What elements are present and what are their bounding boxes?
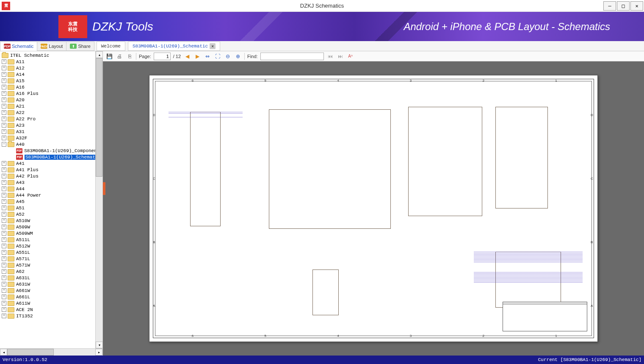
expander-icon[interactable]: + [2, 250, 6, 255]
expander-icon[interactable]: + [2, 218, 6, 223]
save-icon[interactable]: 💾 [105, 53, 113, 60]
tree-folder[interactable]: −A40 [0, 141, 102, 147]
main-tab-layout[interactable]: PADSLayout [37, 42, 66, 51]
find-prev-icon[interactable]: ⏮ [326, 53, 334, 60]
tree-folder[interactable]: +A661W [0, 287, 102, 294]
tree-folder[interactable]: +ACE 2N [0, 306, 102, 313]
tree-folder[interactable]: +A509WM [0, 230, 102, 236]
expander-icon[interactable]: + [2, 231, 6, 236]
expander-icon[interactable]: + [2, 123, 6, 128]
print-icon[interactable]: 🖨 [116, 53, 123, 60]
splitter-handle[interactable] [103, 182, 105, 195]
tree-folder[interactable]: +A551L [0, 249, 102, 256]
fit-width-icon[interactable]: ⇔ [204, 53, 211, 60]
tree-folder[interactable]: +A51 [0, 205, 102, 211]
tree-folder[interactable]: +A44 [0, 186, 102, 192]
maximize-button[interactable]: □ [617, 1, 630, 11]
expander-icon[interactable]: + [2, 199, 6, 204]
tree-file[interactable]: PDFS83M00BA1-1(U269)_Schematic [0, 154, 102, 160]
tree-folder[interactable]: +A52 [0, 211, 102, 217]
tree-folder[interactable]: +A16 [0, 84, 102, 90]
expander-icon[interactable]: + [2, 295, 6, 299]
expander-icon[interactable]: + [2, 256, 6, 261]
expander-icon[interactable]: + [2, 174, 6, 178]
main-tab-share[interactable]: ⬆Share [66, 42, 94, 51]
expander-icon[interactable]: + [2, 104, 6, 108]
scroll-thumb[interactable] [7, 349, 54, 356]
expander-icon[interactable]: + [2, 186, 6, 191]
tree-folder[interactable]: +A15 [0, 78, 102, 84]
find-input[interactable] [260, 53, 324, 60]
tree-folder[interactable]: +A14 [0, 71, 102, 78]
tree-folder[interactable]: +A661L [0, 294, 102, 300]
close-button[interactable]: ✕ [630, 1, 643, 11]
expander-icon[interactable]: + [2, 244, 6, 248]
expander-icon[interactable]: + [2, 180, 6, 185]
tree-folder[interactable]: +A11 [0, 58, 102, 65]
scroll-down-button[interactable]: ▾ [96, 342, 103, 348]
tree-folder[interactable]: +A571L [0, 256, 102, 262]
tree-folder[interactable]: +A22 Pro [0, 116, 102, 122]
viewer-canvas[interactable]: 665544332211DDCCBBAA</div><div data-name… [103, 61, 644, 356]
tree-folder[interactable]: +A509W [0, 224, 102, 230]
tree-root[interactable]: ITEL Schematic [0, 52, 102, 58]
expander-icon[interactable]: + [2, 307, 6, 312]
expander-icon[interactable]: + [2, 263, 6, 267]
tree-folder[interactable]: +A41 Plus [0, 167, 102, 173]
tree-folder[interactable]: +A43 [0, 179, 102, 186]
expander-icon[interactable]: + [2, 225, 6, 229]
tree-folder[interactable]: +A20 [0, 97, 102, 103]
tree-folder[interactable]: +A41 [0, 160, 102, 167]
expander-icon[interactable]: + [2, 66, 6, 70]
expander-icon[interactable]: + [2, 129, 6, 134]
tree[interactable]: ITEL Schematic+A11+A12+A14+A15+A16+A16 P… [0, 51, 102, 348]
scroll-thumb[interactable] [96, 58, 102, 177]
expander-icon[interactable]: + [2, 97, 6, 102]
expander-icon[interactable]: + [2, 78, 6, 83]
tree-folder[interactable]: +A512W [0, 243, 102, 249]
expander-icon[interactable]: − [2, 142, 6, 147]
main-tab-schematic[interactable]: PDFSchematic [0, 42, 37, 51]
sidebar-vertical-scrollbar[interactable]: ▴ ▾ [95, 51, 102, 348]
tree-folder[interactable]: +IT1352 [0, 313, 102, 319]
close-tab-icon[interactable]: × [210, 43, 216, 49]
expander-icon[interactable]: + [2, 314, 6, 318]
expander-icon[interactable]: + [2, 167, 6, 172]
expander-icon[interactable]: + [2, 193, 6, 197]
tree-folder[interactable]: +A62 [0, 268, 102, 275]
tree-folder[interactable]: +A22 [0, 109, 102, 116]
expander-icon[interactable]: + [2, 282, 6, 286]
expander-icon[interactable]: + [2, 288, 6, 293]
expander-icon[interactable]: + [2, 91, 6, 96]
tree-folder[interactable]: +A44 Power [0, 192, 102, 198]
scroll-left-button[interactable]: ◂ [0, 349, 7, 356]
zoom-out-icon[interactable]: ⊖ [224, 53, 232, 60]
tree-folder[interactable]: +A31 [0, 128, 102, 135]
expander-icon[interactable]: + [2, 59, 6, 64]
tree-folder[interactable]: +A23 [0, 122, 102, 128]
find-next-icon[interactable]: ⏭ [337, 53, 344, 60]
prev-page-icon[interactable]: ◀ [183, 53, 191, 60]
tree-folder[interactable]: +A42 Plus [0, 173, 102, 179]
expander-icon[interactable]: + [2, 212, 6, 217]
tree-file[interactable]: PDFS83M00BA1-1(U269)_Components [0, 147, 102, 154]
tree-folder[interactable]: +A12 [0, 65, 102, 71]
expander-icon[interactable]: + [2, 117, 6, 121]
tree-folder[interactable]: +A631W [0, 281, 102, 287]
expander-icon[interactable]: + [2, 136, 6, 140]
scroll-right-button[interactable]: ▸ [95, 349, 102, 356]
find-options-icon[interactable]: Aᵃ [347, 53, 354, 60]
doc-tab[interactable]: Welcome [97, 42, 125, 51]
tree-folder[interactable]: +A631L [0, 275, 102, 281]
tree-folder[interactable]: +A511L [0, 236, 102, 243]
minimize-button[interactable]: — [603, 1, 616, 11]
tree-folder[interactable]: +A32F [0, 135, 102, 141]
sidebar-horizontal-scrollbar[interactable]: ◂ ▸ [0, 348, 102, 356]
expander-icon[interactable]: + [2, 269, 6, 274]
tree-folder[interactable]: +A21 [0, 103, 102, 109]
page-input[interactable] [154, 53, 171, 60]
expander-icon[interactable]: + [2, 110, 6, 115]
expander-icon[interactable]: + [2, 161, 6, 166]
scroll-up-button[interactable]: ▴ [96, 51, 103, 58]
copy-icon[interactable]: ⎘ [126, 53, 133, 60]
